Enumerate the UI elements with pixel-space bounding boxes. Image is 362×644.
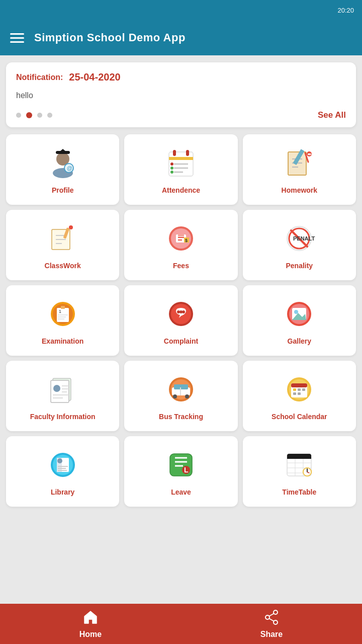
timetable-icon xyxy=(281,447,317,483)
examination-label: Examination xyxy=(42,337,83,345)
dot-1[interactable] xyxy=(16,113,21,118)
svg-rect-9 xyxy=(169,157,193,160)
dot-3[interactable] xyxy=(37,113,42,118)
classwork-icon xyxy=(45,220,81,257)
classwork-label: ClassWork xyxy=(45,262,81,270)
grid-item-gallery[interactable]: Gallery xyxy=(243,285,356,356)
carousel-dots xyxy=(16,112,52,118)
status-icons: 20:20 xyxy=(337,7,354,14)
svg-rect-36 xyxy=(178,234,184,236)
status-bar: 20:20 xyxy=(0,0,362,20)
menu-grid: @ Profile Attendence xyxy=(0,134,362,512)
app-header: Simption School Demo App xyxy=(0,20,362,55)
nav-share[interactable]: Share xyxy=(181,609,362,639)
svg-text:$: $ xyxy=(185,238,188,243)
menu-button[interactable] xyxy=(10,33,24,43)
grid-item-calendar[interactable]: School Calendar xyxy=(243,361,356,431)
svg-rect-79 xyxy=(291,383,307,387)
svg-point-89 xyxy=(57,458,62,463)
share-label: Share xyxy=(260,630,283,639)
school-calendar-icon xyxy=(281,371,317,408)
complaint-label: Complaint xyxy=(164,337,198,345)
bottom-navigation: Home Share xyxy=(0,604,362,644)
grid-item-faculty[interactable]: Faculty Information xyxy=(6,361,119,431)
grid-item-homework[interactable]: ✏ Homework xyxy=(243,134,356,205)
bus-icon xyxy=(163,371,199,408)
fees-label: Fees xyxy=(173,262,189,270)
homework-icon: ✏ xyxy=(281,145,317,181)
svg-rect-75 xyxy=(180,387,181,395)
svg-point-14 xyxy=(170,167,173,170)
leave-icon: L xyxy=(163,447,199,483)
leave-label: Leave xyxy=(171,488,191,496)
svg-point-55 xyxy=(182,310,185,313)
gallery-icon xyxy=(281,296,317,332)
grid-item-library[interactable]: Library xyxy=(6,436,119,507)
notification-header: Notification: 25-04-2020 xyxy=(16,71,346,83)
home-label: Home xyxy=(79,630,102,639)
svg-rect-80 xyxy=(293,388,296,391)
grid-item-complaint[interactable]: Complaint xyxy=(124,285,237,356)
svg-point-114 xyxy=(274,620,278,624)
attendence-icon xyxy=(163,145,199,181)
svg-line-116 xyxy=(269,618,274,621)
svg-text:L: L xyxy=(184,466,189,474)
svg-line-115 xyxy=(269,613,274,616)
svg-point-63 xyxy=(53,385,60,392)
svg-point-13 xyxy=(170,163,173,166)
notification-footer: See All xyxy=(16,110,346,120)
home-icon xyxy=(82,609,99,628)
grid-item-leave[interactable]: L Leave xyxy=(124,436,237,507)
grid-item-profile[interactable]: @ Profile xyxy=(6,134,119,205)
examination-icon: 1 xyxy=(45,296,81,332)
penality-icon: PENALTY xyxy=(281,220,317,257)
bus-label: Bus Tracking xyxy=(159,413,203,421)
app-title: Simption School Demo App xyxy=(34,31,186,44)
see-all-button[interactable]: See All xyxy=(318,110,346,120)
gallery-label: Gallery xyxy=(288,337,311,345)
svg-rect-84 xyxy=(298,392,301,395)
svg-rect-81 xyxy=(298,388,301,391)
svg-rect-90 xyxy=(58,466,68,467)
nav-home[interactable]: Home xyxy=(0,609,181,639)
grid-item-penality[interactable]: PENALTY Penality xyxy=(243,210,356,280)
penality-label: Penality xyxy=(286,262,313,270)
homework-label: Homework xyxy=(282,186,318,194)
notification-label: Notification: xyxy=(16,73,63,82)
dot-2[interactable] xyxy=(26,112,32,118)
grid-item-attendence[interactable]: Attendence xyxy=(124,134,237,205)
grid-item-timetable[interactable]: TimeTable xyxy=(243,436,356,507)
svg-rect-92 xyxy=(58,470,67,471)
grid-item-examination[interactable]: 1 Examination xyxy=(6,285,119,356)
svg-rect-68 xyxy=(53,397,63,398)
grid-item-classwork[interactable]: ClassWork xyxy=(6,210,119,280)
svg-rect-67 xyxy=(62,391,67,392)
grid-item-bus[interactable]: Bus Tracking xyxy=(124,361,237,431)
svg-point-15 xyxy=(170,171,173,174)
svg-text:@: @ xyxy=(67,165,72,171)
grid-item-fees[interactable]: $ Fees xyxy=(124,210,237,280)
library-icon xyxy=(45,447,81,483)
svg-point-59 xyxy=(294,310,298,314)
share-icon xyxy=(263,609,280,628)
faculty-label: Faculty Information xyxy=(30,413,96,421)
svg-rect-7 xyxy=(173,150,176,156)
svg-text:1: 1 xyxy=(59,309,61,314)
svg-rect-64 xyxy=(53,394,69,395)
svg-rect-91 xyxy=(58,468,66,469)
school-calendar-label: School Calendar xyxy=(272,413,327,421)
notification-card: Notification: 25-04-2020 hello See All xyxy=(6,62,356,127)
svg-rect-66 xyxy=(62,388,69,389)
profile-icon: @ xyxy=(45,145,81,181)
svg-rect-82 xyxy=(302,388,305,391)
dot-4[interactable] xyxy=(47,113,52,118)
svg-point-112 xyxy=(274,610,278,614)
svg-point-113 xyxy=(265,615,269,619)
timetable-label: TimeTable xyxy=(282,488,316,496)
faculty-icon xyxy=(45,371,81,408)
library-label: Library xyxy=(51,488,74,496)
svg-rect-8 xyxy=(186,150,189,156)
profile-label: Profile xyxy=(52,186,74,194)
svg-rect-83 xyxy=(293,392,296,395)
svg-rect-65 xyxy=(62,385,69,386)
